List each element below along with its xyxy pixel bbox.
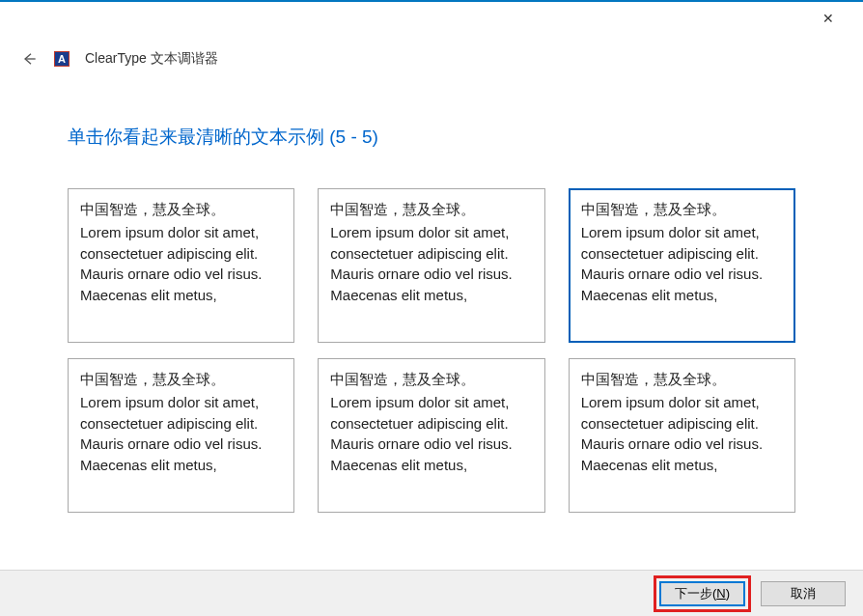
back-button[interactable] — [19, 49, 39, 69]
sample-cn-text: 中国智造，慧及全球。 — [80, 199, 282, 220]
sample-latin-text: Lorem ipsum dolor sit amet, consectetuer… — [581, 224, 763, 303]
sample-grid: 中国智造，慧及全球。Lorem ipsum dolor sit amet, co… — [68, 188, 795, 513]
window-title: ClearType 文本调谐器 — [85, 50, 218, 68]
close-button[interactable]: ✕ — [807, 4, 849, 33]
cancel-button[interactable]: 取消 — [761, 581, 846, 606]
sample-cn-text: 中国智造，慧及全球。 — [581, 369, 783, 390]
text-sample-2[interactable]: 中国智造，慧及全球。Lorem ipsum dolor sit amet, co… — [318, 188, 544, 343]
app-icon-letter: A — [58, 53, 66, 65]
app-icon: A — [54, 51, 70, 67]
sample-cn-text: 中国智造，慧及全球。 — [80, 369, 282, 390]
titlebar: ✕ — [0, 2, 863, 34]
text-sample-5[interactable]: 中国智造，慧及全球。Lorem ipsum dolor sit amet, co… — [318, 358, 544, 513]
sample-latin-text: Lorem ipsum dolor sit amet, consectetuer… — [80, 224, 262, 303]
sample-latin-text: Lorem ipsum dolor sit amet, consectetuer… — [581, 394, 763, 473]
page-heading: 单击你看起来最清晰的文本示例 (5 - 5) — [68, 125, 795, 150]
sample-latin-text: Lorem ipsum dolor sit amet, consectetuer… — [330, 224, 512, 303]
back-arrow-icon — [21, 51, 37, 67]
text-sample-6[interactable]: 中国智造，慧及全球。Lorem ipsum dolor sit amet, co… — [569, 358, 795, 513]
header: A ClearType 文本调谐器 — [0, 34, 863, 76]
sample-latin-text: Lorem ipsum dolor sit amet, consectetuer… — [80, 394, 262, 473]
text-sample-3[interactable]: 中国智造，慧及全球。Lorem ipsum dolor sit amet, co… — [569, 188, 795, 343]
text-sample-4[interactable]: 中国智造，慧及全球。Lorem ipsum dolor sit amet, co… — [68, 358, 294, 513]
sample-cn-text: 中国智造，慧及全球。 — [330, 369, 532, 390]
next-button[interactable]: 下一步(N) — [659, 581, 745, 606]
sample-latin-text: Lorem ipsum dolor sit amet, consectetuer… — [330, 394, 512, 473]
close-icon: ✕ — [822, 11, 834, 26]
content-area: 单击你看起来最清晰的文本示例 (5 - 5) 中国智造，慧及全球。Lorem i… — [0, 76, 863, 532]
highlight-box: 下一步(N) — [654, 575, 751, 612]
footer: 下一步(N) 取消 — [0, 570, 863, 616]
sample-cn-text: 中国智造，慧及全球。 — [330, 199, 532, 220]
sample-cn-text: 中国智造，慧及全球。 — [581, 199, 783, 220]
text-sample-1[interactable]: 中国智造，慧及全球。Lorem ipsum dolor sit amet, co… — [68, 188, 294, 343]
next-button-label: 下一步(N) — [675, 585, 730, 602]
